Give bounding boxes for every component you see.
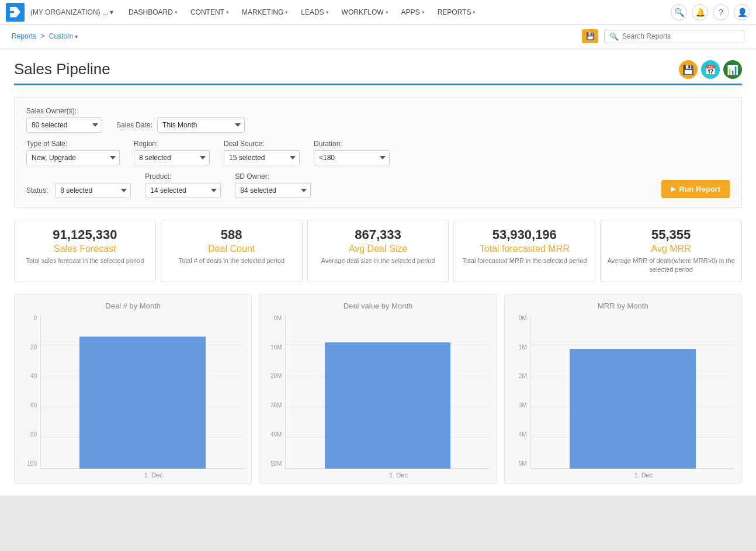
bar-area (531, 315, 734, 469)
chart-grid (530, 315, 734, 469)
status-select[interactable]: 8 selected (55, 183, 131, 198)
breadcrumb-dropdown-icon[interactable]: ▾ (75, 33, 78, 40)
sales-owners-label: Sales Owner(s): (26, 107, 102, 115)
y-axis-label: 50M (271, 460, 282, 467)
metric-value: 55,355 (606, 227, 736, 242)
breadcrumb: Reports > Custom ▾ (12, 32, 78, 40)
product-filter: Product: 14 selected (145, 172, 221, 198)
play-icon: ▶ (671, 185, 675, 193)
chart-title: MRR by Month (512, 302, 734, 310)
run-report-button[interactable]: ▶ Run Report (661, 180, 730, 198)
product-label: Product: (145, 172, 221, 181)
chevron-down-icon: ▾ (175, 9, 178, 15)
chevron-down-icon: ▾ (386, 9, 389, 15)
sales-date-select[interactable]: This Month (157, 117, 245, 133)
search-input[interactable] (622, 32, 739, 40)
breadcrumb-reports[interactable]: Reports (12, 32, 36, 40)
metric-desc: Total forecasted MRR in the selected per… (460, 257, 589, 265)
metric-title: Sales Forecast (20, 244, 150, 254)
y-axis-label: 5M (519, 460, 527, 467)
y-axis-label: 100 (27, 460, 37, 467)
status-filter: Status: 8 selected (26, 183, 131, 198)
y-axis-label: 0M (519, 315, 527, 321)
sd-owner-label: SD Owner: (235, 172, 311, 181)
notifications-icon[interactable]: 🔔 (692, 4, 708, 20)
nav-marketing[interactable]: MARKETING ▾ (236, 5, 294, 20)
search-icon[interactable]: 🔍 (671, 4, 687, 20)
nav-dashboard[interactable]: DASHBOARD ▾ (123, 5, 183, 20)
duration-select[interactable]: <180 (314, 150, 390, 165)
nav-reports[interactable]: REPORTS ▾ (432, 5, 482, 20)
status-label: Status: (26, 186, 48, 195)
metric-title: Deal Count (167, 244, 296, 254)
metrics-row: 91,125,330 Sales Forecast Total sales fo… (14, 220, 742, 282)
breadcrumb-custom[interactable]: Custom (49, 32, 73, 40)
y-axis-label: 10M (271, 344, 282, 351)
y-axis-label: 0 (33, 315, 37, 321)
x-axis-label: 1. Dec (389, 472, 408, 479)
bar-area (286, 315, 489, 469)
sales-owners-filter: Sales Owner(s): 80 selected (26, 107, 102, 133)
region-filter: Region: 8 selected (134, 140, 210, 165)
duration-filter: Duration: <180 (314, 140, 390, 165)
breadcrumb-bar: Reports > Custom ▾ 💾 🔍 (0, 25, 756, 48)
page-title: Sales Pipeline (14, 60, 110, 78)
chart-container: Deal # by Month 100806040200 1. Dec (14, 294, 252, 484)
metric-card: 53,930,196 Total forecasted MRR Total fo… (453, 220, 595, 282)
nav-workflow[interactable]: WORKFLOW ▾ (336, 5, 394, 20)
filter-row-3: Status: 8 selected Product: 14 selected … (26, 172, 730, 198)
x-axis-label: 1. Dec (634, 472, 653, 479)
sd-owner-select[interactable]: 84 selected (235, 183, 311, 198)
metric-card: 55,355 Avg MRR Average MRR of deals(wher… (600, 220, 742, 282)
chart-grid (285, 315, 489, 469)
sd-owner-filter: SD Owner: 84 selected (235, 172, 311, 198)
breadcrumb-search-group: 💾 🔍 (582, 29, 744, 43)
type-of-sale-select[interactable]: New, Upgrade (26, 150, 120, 165)
deal-source-filter: Deal Source: 15 selected (224, 140, 300, 165)
user-profile-icon[interactable]: 👤 (734, 4, 750, 20)
y-axis-label: 1M (519, 344, 527, 351)
y-axis: 50M40M30M20M10M0M (266, 315, 285, 479)
nav-leads[interactable]: LEADS ▾ (295, 5, 334, 20)
chevron-down-icon: ▾ (285, 9, 288, 15)
schedule-icon[interactable]: 📅 (701, 60, 720, 79)
chart-container: MRR by Month 5M4M3M2M1M0M 1. Dec (504, 294, 742, 484)
chart-title: Deal # by Month (22, 302, 244, 310)
nav-content[interactable]: CONTENT ▾ (185, 5, 235, 20)
y-axis: 5M4M3M2M1M0M (512, 315, 530, 479)
type-of-sale-label: Type of Sale: (26, 140, 120, 148)
nav-items: DASHBOARD ▾ CONTENT ▾ MARKETING ▾ LEADS … (123, 5, 667, 20)
org-chevron-icon: ▾ (110, 8, 113, 16)
app-logo[interactable] (6, 3, 25, 22)
chart-bar (570, 349, 696, 469)
metric-desc: Average MRR of deals(where MRR>0) in the… (606, 257, 736, 275)
export-excel-icon[interactable]: 📊 (723, 60, 742, 79)
page-header: Sales Pipeline 💾 📅 📊 (14, 60, 742, 85)
chart-bar (325, 342, 451, 469)
chart-container: Deal value by Month 50M40M30M20M10M0M 1.… (259, 294, 497, 484)
save-report-icon[interactable]: 💾 (679, 60, 698, 79)
y-axis-label: 40M (271, 431, 282, 438)
metric-title: Total forecasted MRR (460, 244, 589, 254)
nav-apps[interactable]: APPS ▾ (396, 5, 431, 20)
region-select[interactable]: 8 selected (134, 150, 210, 165)
x-axis-label: 1. Dec (144, 472, 163, 479)
save-icon[interactable]: 💾 (582, 29, 598, 43)
org-selector[interactable]: (MY ORGANIZATION) ... ▾ (30, 8, 113, 16)
main-content: Sales Pipeline 💾 📅 📊 Sales Owner(s): 80 … (0, 48, 756, 495)
help-icon[interactable]: ? (713, 4, 729, 20)
chart-grid (40, 315, 244, 469)
filter-row-1: Sales Owner(s): 80 selected Sales Date: … (26, 107, 730, 133)
product-select[interactable]: 14 selected (145, 183, 221, 198)
y-axis-label: 30M (271, 402, 282, 408)
top-navigation: (MY ORGANIZATION) ... ▾ DASHBOARD ▾ CONT… (0, 0, 756, 25)
sales-owners-select[interactable]: 80 selected (26, 117, 102, 133)
y-axis-label: 60 (30, 402, 37, 408)
run-report-wrapper: ▶ Run Report (661, 180, 730, 198)
chart-area: 100806040200 1. Dec (22, 315, 244, 479)
chevron-down-icon: ▾ (473, 9, 476, 15)
deal-source-select[interactable]: 15 selected (224, 150, 300, 165)
chevron-down-icon: ▾ (422, 9, 425, 15)
chart-inner: 1. Dec (40, 315, 244, 479)
nav-utility-icons: 🔍 🔔 ? 👤 (671, 4, 750, 20)
